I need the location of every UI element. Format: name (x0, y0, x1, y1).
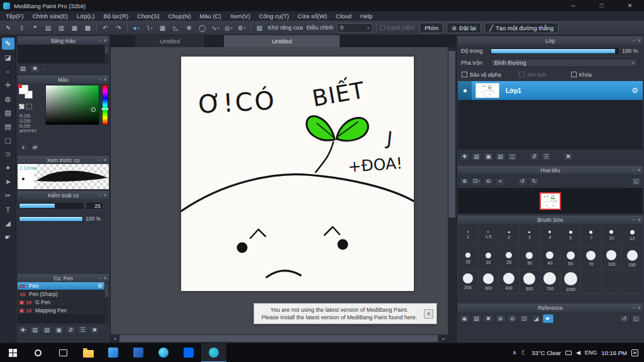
monitor-icon[interactable] (565, 351, 572, 355)
foreground-swatch[interactable] (19, 85, 28, 94)
layer-settings-icon[interactable]: ⚙ (631, 86, 638, 95)
dot-tool[interactable]: ▫ (2, 65, 14, 77)
table-view-button[interactable]: ▩ (82, 22, 94, 33)
move-tool[interactable]: ✛ (2, 79, 14, 91)
taskbar-app-2[interactable] (126, 343, 151, 362)
popout-icon[interactable]: ⌐ (99, 38, 101, 43)
palette-delete-button[interactable]: ✖ (30, 65, 40, 74)
navigator-preview[interactable] (458, 188, 643, 214)
divide-tool[interactable]: ✂ (2, 190, 14, 202)
new-folder-button[interactable]: ▤ (495, 152, 506, 161)
menu-cloud[interactable]: Cloud (331, 13, 356, 19)
lasso-tool[interactable]: ⊃ (2, 148, 14, 160)
brush-item-g-pen[interactable]: 15 G Pen (18, 299, 109, 307)
symmetry-snap-button[interactable]: ❄ (183, 22, 195, 33)
brush-size-option[interactable]: 500 (519, 270, 540, 293)
menu-snap[interactable]: Chụp(N) (164, 13, 195, 19)
eyedropper-tool[interactable]: ◢ (2, 217, 14, 229)
menu-file[interactable]: Tệp(F) (1, 13, 28, 19)
zoom-fit-button[interactable]: ⊡▾ (471, 177, 482, 186)
brush-size-option[interactable]: 100 (602, 247, 623, 270)
brush-size-value[interactable]: 25 (86, 202, 103, 210)
delete-brush-button[interactable]: ✖ (89, 326, 100, 334)
brush-folder-button[interactable]: ▤ (42, 326, 52, 334)
delete-layer-button[interactable]: ✖ (563, 152, 574, 161)
scroll-right-button[interactable]: ▸ (440, 334, 448, 343)
brush-item-pen[interactable]: 25 Pen ⚙ (18, 282, 109, 290)
pages-button[interactable]: ▥ (55, 22, 67, 33)
key-button[interactable]: Phím (419, 23, 443, 33)
document-tab-2-active[interactable]: Untitled (224, 35, 340, 47)
reference-rotate-button[interactable]: ↺ (619, 314, 630, 323)
lock-checkbox[interactable]: Khóa (571, 72, 592, 78)
layer-visibility-toggle[interactable] (458, 81, 472, 100)
text-tool[interactable]: T (2, 204, 14, 216)
taskbar-file-explorer[interactable] (75, 343, 101, 362)
close-icon[interactable]: ✕ (103, 77, 107, 82)
menu-tools[interactable]: Công cụ(T) (255, 13, 294, 19)
brush-size-option[interactable]: 150 (622, 247, 643, 270)
grid-view-button[interactable]: ▦ (69, 22, 80, 33)
gradient-tool[interactable]: ▨ (2, 107, 14, 119)
taskbar-medibang-active[interactable] (201, 343, 226, 362)
close-icon[interactable]: ✕ (103, 158, 107, 162)
brush-size-option[interactable]: 25 (499, 247, 519, 270)
rotate-left-button[interactable]: ↺ (517, 177, 528, 186)
language-indicator[interactable]: ENG (585, 349, 597, 356)
new-layer-button[interactable]: ✚ (459, 152, 470, 161)
rotate-reset-button[interactable]: ↻ (529, 177, 540, 186)
popout-icon[interactable]: ⌐ (633, 38, 635, 43)
layer-opacity-slider[interactable] (491, 48, 618, 54)
brush-size-option[interactable]: 10 (602, 224, 623, 247)
popout-icon[interactable]: ⌐ (633, 217, 635, 222)
zoom-out-button[interactable]: ⊖ (483, 177, 494, 186)
move-layer-button[interactable]: ⇵ (529, 152, 540, 161)
duplicate-layer-button[interactable]: ▣ (483, 152, 494, 161)
start-button[interactable] (0, 343, 25, 362)
zoom-in-button[interactable]: ⊕ (459, 177, 470, 186)
reference-zoom-out-button[interactable]: ⊖ (507, 314, 518, 323)
menu-help[interactable]: Help (356, 13, 377, 19)
saturation-value-picker[interactable] (45, 85, 99, 125)
close-icon[interactable]: ✕ (637, 38, 641, 43)
transparent-color-swatch[interactable] (19, 104, 25, 109)
popout-icon[interactable]: ⌐ (633, 305, 635, 310)
brush-size-option[interactable]: 20 (479, 247, 499, 270)
close-icon[interactable]: ✕ (103, 276, 107, 280)
navigator-view-rect[interactable] (540, 192, 561, 210)
canvas[interactable]: Ơ!CÓ BIẾT J +ĐOA! (181, 57, 414, 291)
palette-add-button[interactable]: ▤ (18, 65, 28, 74)
close-icon[interactable]: ✕ (637, 168, 641, 172)
brush-list-scrollbar[interactable] (104, 282, 109, 324)
circle-snap-button[interactable]: ◯ (196, 22, 208, 33)
create-line-button[interactable]: ╱Tạo một đường thẳng (484, 23, 558, 33)
maximize-button[interactable]: □ (587, 0, 616, 11)
menu-window[interactable]: Cửa sổ(W) (293, 13, 331, 19)
color-wheel-toggle-button[interactable]: ◐ (19, 143, 28, 151)
menu-select[interactable]: Chọn(S) (133, 13, 164, 19)
brush-size-option[interactable]: 2 (499, 224, 519, 247)
soft-edge-checkbox[interactable] (380, 25, 385, 30)
brush-settings-icon[interactable]: ⚙ (97, 283, 103, 289)
brush-size-option[interactable]: 4 (540, 224, 561, 247)
clipping-checkbox[interactable]: Xén bớt (519, 72, 546, 78)
close-icon[interactable]: ✕ (637, 217, 641, 222)
bucket-tool[interactable]: ▤ (2, 121, 14, 133)
brush-size-option[interactable]: 30 (519, 247, 540, 270)
blend-mode-dropdown[interactable]: Bình thường ▾ (491, 58, 638, 67)
new-layer-page-button[interactable]: ▤ (471, 152, 482, 161)
brush-size-option[interactable]: 3 (519, 224, 540, 247)
brush-size-option[interactable]: 50 (560, 247, 581, 270)
foreground-background-swatches[interactable] (19, 85, 35, 101)
navigator-expand-button[interactable]: ◱ (631, 177, 641, 186)
brush-tool[interactable]: ✎ (2, 38, 14, 50)
merge-layer-button[interactable]: ◫ (507, 152, 518, 161)
palette-list[interactable] (18, 45, 109, 63)
sort-brush-button[interactable]: ⇵ (65, 326, 76, 334)
speaker-icon[interactable]: ◀ (576, 350, 580, 356)
menu-color[interactable]: Màu (C) (195, 13, 225, 19)
taskbar-zalo[interactable] (176, 343, 201, 362)
stroke-type-button[interactable]: ∖▾ (143, 22, 155, 33)
protect-alpha-checkbox[interactable]: Bảo vệ alpha (462, 72, 501, 78)
popout-icon[interactable]: ⌐ (99, 77, 101, 82)
